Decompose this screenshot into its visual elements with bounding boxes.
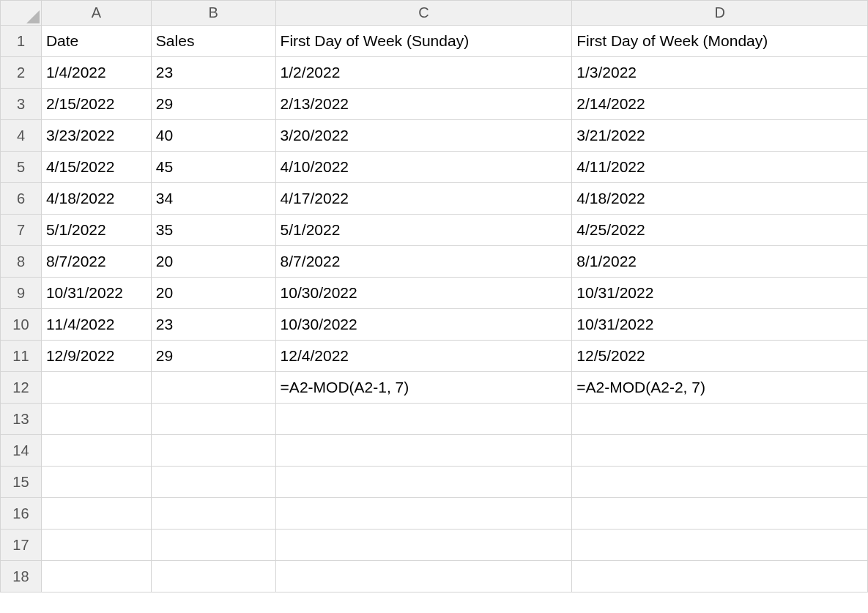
cell-B5[interactable]: 45 <box>151 152 275 183</box>
cell-B2[interactable]: 23 <box>151 57 275 89</box>
cell-C5[interactable]: 4/10/2022 <box>275 152 572 183</box>
row-header-2[interactable]: 2 <box>1 57 42 89</box>
cell-A1[interactable]: Date <box>41 26 151 57</box>
cell-A11[interactable]: 12/9/2022 <box>41 341 151 372</box>
cell-C9[interactable]: 10/30/2022 <box>275 278 572 309</box>
col-header-A[interactable]: A <box>41 1 151 26</box>
col-header-C[interactable]: C <box>275 1 572 26</box>
cell-B12[interactable] <box>151 372 275 404</box>
cell-B10[interactable]: 23 <box>151 309 275 341</box>
row-header-8[interactable]: 8 <box>1 246 42 278</box>
cell-D1[interactable]: First Day of Week (Monday) <box>572 26 868 57</box>
cell-D13[interactable] <box>572 404 868 435</box>
col-header-D[interactable]: D <box>572 1 868 26</box>
select-all-corner[interactable] <box>1 1 42 26</box>
cell-B18[interactable] <box>151 561 275 592</box>
cell-A16[interactable] <box>41 498 151 530</box>
cell-D6[interactable]: 4/18/2022 <box>572 183 868 215</box>
select-all-icon <box>26 10 40 23</box>
cell-D9[interactable]: 10/31/2022 <box>572 278 868 309</box>
row-header-18[interactable]: 18 <box>1 561 42 592</box>
cell-A10[interactable]: 11/4/2022 <box>41 309 151 341</box>
cell-B16[interactable] <box>151 498 275 530</box>
cell-A15[interactable] <box>41 467 151 498</box>
cell-A9[interactable]: 10/31/2022 <box>41 278 151 309</box>
cell-A2[interactable]: 1/4/2022 <box>41 57 151 89</box>
spreadsheet-grid[interactable]: A B C D 1 Date Sales First Day of Week (… <box>0 0 868 592</box>
cell-A7[interactable]: 5/1/2022 <box>41 215 151 246</box>
cell-C7[interactable]: 5/1/2022 <box>275 215 572 246</box>
cell-A14[interactable] <box>41 435 151 467</box>
cell-B14[interactable] <box>151 435 275 467</box>
row-header-13[interactable]: 13 <box>1 404 42 435</box>
cell-D3[interactable]: 2/14/2022 <box>572 89 868 120</box>
cell-C10[interactable]: 10/30/2022 <box>275 309 572 341</box>
cell-D5[interactable]: 4/11/2022 <box>572 152 868 183</box>
cell-A8[interactable]: 8/7/2022 <box>41 246 151 278</box>
cell-C4[interactable]: 3/20/2022 <box>275 120 572 152</box>
cell-C14[interactable] <box>275 435 572 467</box>
cell-D11[interactable]: 12/5/2022 <box>572 341 868 372</box>
cell-A18[interactable] <box>41 561 151 592</box>
row-header-17[interactable]: 17 <box>1 530 42 561</box>
row-header-14[interactable]: 14 <box>1 435 42 467</box>
row-header-7[interactable]: 7 <box>1 215 42 246</box>
cell-C16[interactable] <box>275 498 572 530</box>
cell-A5[interactable]: 4/15/2022 <box>41 152 151 183</box>
cell-D12[interactable]: =A2-MOD(A2-2, 7) <box>572 372 868 404</box>
cell-B3[interactable]: 29 <box>151 89 275 120</box>
cell-A4[interactable]: 3/23/2022 <box>41 120 151 152</box>
cell-B4[interactable]: 40 <box>151 120 275 152</box>
cell-D2[interactable]: 1/3/2022 <box>572 57 868 89</box>
row-header-10[interactable]: 10 <box>1 309 42 341</box>
cell-C6[interactable]: 4/17/2022 <box>275 183 572 215</box>
svg-marker-0 <box>26 10 40 23</box>
cell-B8[interactable]: 20 <box>151 246 275 278</box>
cell-A3[interactable]: 2/15/2022 <box>41 89 151 120</box>
row-header-3[interactable]: 3 <box>1 89 42 120</box>
cell-B7[interactable]: 35 <box>151 215 275 246</box>
cell-C15[interactable] <box>275 467 572 498</box>
row-header-6[interactable]: 6 <box>1 183 42 215</box>
cell-C12[interactable]: =A2-MOD(A2-1, 7) <box>275 372 572 404</box>
cell-B13[interactable] <box>151 404 275 435</box>
row-header-12[interactable]: 12 <box>1 372 42 404</box>
col-header-B[interactable]: B <box>151 1 275 26</box>
cell-D4[interactable]: 3/21/2022 <box>572 120 868 152</box>
cell-C8[interactable]: 8/7/2022 <box>275 246 572 278</box>
cell-D8[interactable]: 8/1/2022 <box>572 246 868 278</box>
cell-D14[interactable] <box>572 435 868 467</box>
cell-A13[interactable] <box>41 404 151 435</box>
cell-B9[interactable]: 20 <box>151 278 275 309</box>
cell-C3[interactable]: 2/13/2022 <box>275 89 572 120</box>
cell-A17[interactable] <box>41 530 151 561</box>
row-header-1[interactable]: 1 <box>1 26 42 57</box>
cell-D16[interactable] <box>572 498 868 530</box>
row-header-16[interactable]: 16 <box>1 498 42 530</box>
cell-A12[interactable] <box>41 372 151 404</box>
cell-A6[interactable]: 4/18/2022 <box>41 183 151 215</box>
cell-B15[interactable] <box>151 467 275 498</box>
cell-D15[interactable] <box>572 467 868 498</box>
cell-B17[interactable] <box>151 530 275 561</box>
cell-D10[interactable]: 10/31/2022 <box>572 309 868 341</box>
cell-D18[interactable] <box>572 561 868 592</box>
cell-D17[interactable] <box>572 530 868 561</box>
row-header-4[interactable]: 4 <box>1 120 42 152</box>
cell-D7[interactable]: 4/25/2022 <box>572 215 868 246</box>
cell-C1[interactable]: First Day of Week (Sunday) <box>275 26 572 57</box>
row-header-9[interactable]: 9 <box>1 278 42 309</box>
cell-C18[interactable] <box>275 561 572 592</box>
cell-C11[interactable]: 12/4/2022 <box>275 341 572 372</box>
row-header-15[interactable]: 15 <box>1 467 42 498</box>
cell-C13[interactable] <box>275 404 572 435</box>
cell-B6[interactable]: 34 <box>151 183 275 215</box>
row-header-5[interactable]: 5 <box>1 152 42 183</box>
row-header-11[interactable]: 11 <box>1 341 42 372</box>
cell-C2[interactable]: 1/2/2022 <box>275 57 572 89</box>
cell-C17[interactable] <box>275 530 572 561</box>
cell-B1[interactable]: Sales <box>151 26 275 57</box>
cell-B11[interactable]: 29 <box>151 341 275 372</box>
